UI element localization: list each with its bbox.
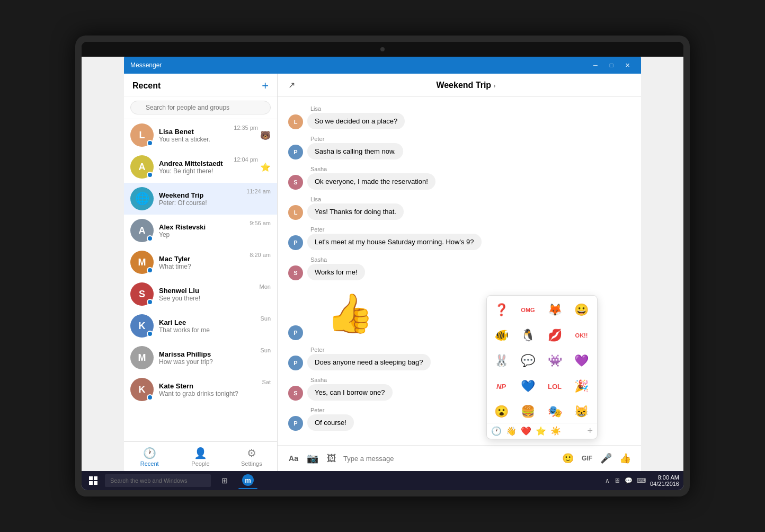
sticker-sun-button[interactable]: ☀️	[550, 426, 561, 436]
sticker-item[interactable]: 💋	[542, 323, 567, 348]
title-bar-buttons: ─ □ ✕	[588, 59, 635, 71]
conv-time: 9:56 am	[250, 219, 271, 226]
sticker-item[interactable]: 💬	[516, 349, 540, 373]
message-group: Sasha S Works for me!	[288, 256, 630, 280]
like-button[interactable]: 👍	[618, 451, 633, 466]
avatar: A	[130, 155, 154, 179]
conv-name: Kate Stern	[159, 382, 259, 390]
conv-time: Mon	[260, 282, 271, 290]
sticker-item[interactable]: 🐰	[489, 349, 513, 373]
conv-time: 12:04 pm	[234, 155, 258, 163]
list-item[interactable]: A Andrea Mittelstaedt You: Be right ther…	[124, 151, 277, 183]
network-icon[interactable]: 🖥	[614, 477, 620, 484]
maximize-button[interactable]: □	[604, 59, 619, 71]
sticker-item[interactable]: 😸	[570, 400, 594, 423]
sticker-item[interactable]: 😮	[489, 400, 513, 423]
message-bubble: Yes, can I borrow one?	[307, 384, 393, 401]
conv-time: 12:35 pm	[234, 123, 258, 131]
conv-info: Shenwei Liu See you there!	[159, 287, 256, 302]
sticker-heart-button[interactable]: ❤️	[521, 426, 531, 436]
sticker-clock-button[interactable]: 🕐	[491, 426, 502, 436]
message-input[interactable]	[343, 453, 556, 465]
sticker-item[interactable]: NP	[489, 374, 513, 398]
list-item[interactable]: M Mac Tyler What time? 8:20 am	[124, 246, 277, 278]
list-item[interactable]: K Kari Lee That works for me Sun	[124, 310, 277, 342]
sidebar-title: Recent	[132, 81, 161, 91]
sticker-item[interactable]: 🐧	[516, 323, 540, 348]
taskbar-messenger-button[interactable]: m	[238, 472, 257, 489]
conv-name: Alex Ristevski	[159, 223, 246, 231]
sticker-wave-button[interactable]: 👋	[506, 426, 517, 436]
search-input[interactable]	[130, 101, 271, 114]
avatar: P	[288, 416, 303, 431]
nav-recent[interactable]: 🕐 Recent	[124, 442, 175, 471]
sticker-star-button[interactable]: ⭐	[536, 426, 546, 436]
nav-people[interactable]: 👤 People	[175, 442, 226, 471]
conv-preview: Want to grab drinks tonight?	[159, 390, 259, 397]
sticker-add-button[interactable]: +	[587, 425, 593, 437]
message-group: Lisa L So we decided on a place?	[288, 105, 630, 129]
start-button[interactable]	[86, 473, 101, 488]
sticker-item[interactable]: 🦊	[542, 298, 567, 322]
chevron-icon: ›	[494, 82, 496, 90]
list-item[interactable]: K Kate Stern Want to grab drinks tonight…	[124, 374, 277, 405]
avatar: P	[288, 325, 303, 340]
avatar: S	[288, 265, 303, 280]
message-group: Sasha S Ok everyone, I made the reservat…	[288, 166, 630, 190]
conversation-list: L Lisa Benet You sent a sticker. 12:35 p…	[124, 119, 277, 441]
message-bubble: Sasha is calling them now.	[307, 143, 403, 159]
list-item[interactable]: L Lisa Benet You sent a sticker. 12:35 p…	[124, 119, 277, 151]
camera-button[interactable]: 📷	[305, 451, 320, 466]
gif-button[interactable]: GIF	[580, 451, 594, 466]
nav-settings[interactable]: ⚙ Settings	[226, 442, 277, 471]
avatar-img: 🌐	[130, 187, 154, 210]
new-chat-button[interactable]: +	[262, 80, 269, 92]
minimize-button[interactable]: ─	[588, 59, 603, 71]
expand-button[interactable]: ↗	[288, 80, 295, 90]
tray-chevron-icon[interactable]: ∧	[605, 477, 610, 484]
list-item[interactable]: 🌐 Weekend Trip Peter: Of course! 11:24 a…	[124, 183, 277, 215]
taskbar-desktop-button[interactable]: ⊞	[215, 472, 234, 489]
message-bubble: Does anyone need a sleeping bag?	[307, 354, 431, 370]
sticker-item[interactable]: OK!!	[570, 323, 594, 348]
conv-name: Shenwei Liu	[159, 287, 256, 295]
keyboard-icon[interactable]: ⌨	[637, 477, 646, 484]
sticker-item[interactable]: 💙	[516, 374, 540, 398]
conv-preview: How was your trip?	[159, 358, 257, 366]
conv-preview: Peter: Of course!	[159, 199, 243, 207]
sticker-item[interactable]: 🍔	[516, 400, 540, 423]
avatar: P	[288, 235, 303, 250]
sticker-item[interactable]: ❓	[489, 298, 513, 322]
close-button[interactable]: ✕	[620, 59, 635, 71]
list-item[interactable]: M Marissa Phillips How was your trip? Su…	[124, 342, 277, 374]
conv-info: Marissa Phillips How was your trip?	[159, 350, 257, 366]
clock-time: 8:00 AM	[650, 474, 679, 481]
notification-icon[interactable]: 💬	[625, 477, 633, 484]
list-item[interactable]: A Alex Ristevski Yep 9:56 am	[124, 215, 277, 246]
sticker-item[interactable]: 💜	[570, 349, 594, 373]
camera-bar	[82, 42, 683, 57]
mic-button[interactable]: 🎤	[599, 451, 613, 466]
conv-name: Marissa Phillips	[159, 350, 257, 358]
text-format-button[interactable]: Aa	[286, 451, 301, 466]
taskbar-search-input[interactable]	[105, 474, 211, 487]
sticker-item[interactable]: 🎉	[570, 374, 594, 398]
avatar: P	[288, 145, 303, 159]
conv-name: Lisa Benet	[159, 128, 230, 136]
conv-name: Kari Lee	[159, 318, 257, 326]
sticker-item[interactable]: 😀	[570, 298, 594, 322]
avatar: M	[130, 251, 154, 274]
list-item[interactable]: S Shenwei Liu See you there! Mon	[124, 278, 277, 310]
conv-preview: You: Be right there!	[159, 167, 230, 175]
conv-info: Kari Lee That works for me	[159, 318, 257, 334]
sticker-item[interactable]: 👾	[542, 349, 567, 373]
sticker-item[interactable]: 🎭	[542, 400, 567, 423]
sticker-item[interactable]: 🐠	[489, 323, 513, 348]
msg-row: S Works for me!	[288, 264, 630, 280]
conv-name: Andrea Mittelstaedt	[159, 159, 230, 167]
image-button[interactable]: 🖼	[324, 451, 339, 466]
sticker-item[interactable]: OMG	[516, 298, 540, 322]
emoji-button[interactable]: 🙂	[561, 451, 575, 466]
sidebar-header: Recent +	[124, 74, 277, 96]
sticker-item[interactable]: LOL	[542, 374, 567, 398]
